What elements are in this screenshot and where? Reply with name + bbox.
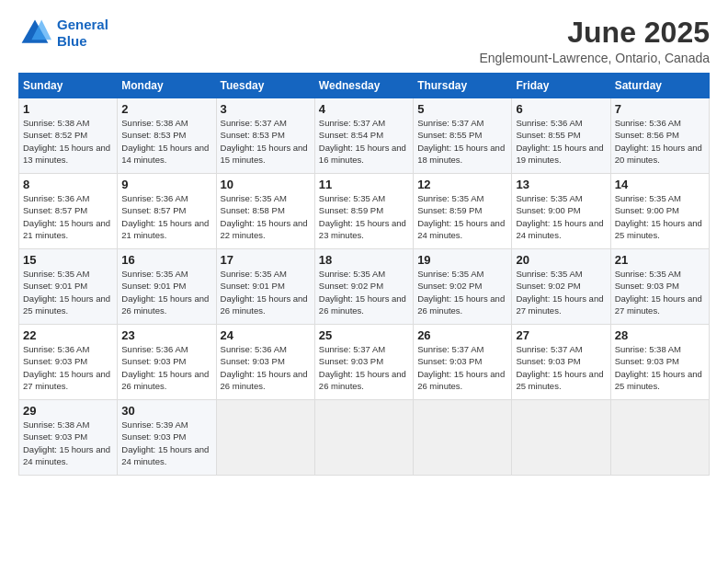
calendar-cell: 12Sunrise: 5:35 AMSunset: 8:59 PMDayligh… bbox=[414, 174, 512, 249]
day-number: 6 bbox=[516, 102, 606, 116]
calendar-table: SundayMondayTuesdayWednesdayThursdayFrid… bbox=[18, 73, 710, 476]
day-header-friday: Friday bbox=[512, 74, 610, 98]
day-number: 25 bbox=[319, 328, 409, 342]
day-number: 28 bbox=[615, 328, 705, 342]
logo: General Blue bbox=[18, 17, 108, 50]
calendar-cell: 6Sunrise: 5:36 AMSunset: 8:55 PMDaylight… bbox=[512, 98, 610, 174]
day-info: Sunrise: 5:36 AMSunset: 9:03 PMDaylight:… bbox=[121, 343, 211, 392]
calendar-week-row: 29Sunrise: 5:38 AMSunset: 9:03 PMDayligh… bbox=[19, 400, 710, 476]
day-number: 3 bbox=[221, 102, 311, 116]
day-number: 22 bbox=[23, 328, 113, 342]
day-info: Sunrise: 5:38 AMSunset: 8:53 PMDaylight:… bbox=[121, 117, 211, 166]
calendar-cell bbox=[610, 400, 709, 476]
calendar-cell: 11Sunrise: 5:35 AMSunset: 8:59 PMDayligh… bbox=[314, 174, 413, 249]
logo-text: General Blue bbox=[57, 17, 108, 50]
calendar-cell: 19Sunrise: 5:35 AMSunset: 9:02 PMDayligh… bbox=[414, 249, 512, 325]
calendar-cell: 3Sunrise: 5:37 AMSunset: 8:53 PMDaylight… bbox=[216, 98, 314, 174]
calendar-cell: 16Sunrise: 5:35 AMSunset: 9:01 PMDayligh… bbox=[118, 249, 216, 325]
calendar-cell: 9Sunrise: 5:36 AMSunset: 8:57 PMDaylight… bbox=[118, 174, 216, 249]
day-number: 9 bbox=[121, 178, 211, 191]
day-header-tuesday: Tuesday bbox=[216, 74, 314, 98]
day-info: Sunrise: 5:36 AMSunset: 9:03 PMDaylight:… bbox=[221, 343, 311, 392]
day-header-monday: Monday bbox=[118, 74, 216, 98]
day-number: 8 bbox=[23, 178, 113, 191]
day-info: Sunrise: 5:37 AMSunset: 8:54 PMDaylight:… bbox=[319, 117, 409, 166]
day-number: 14 bbox=[615, 178, 705, 191]
calendar-cell bbox=[314, 400, 413, 476]
calendar-cell: 5Sunrise: 5:37 AMSunset: 8:55 PMDaylight… bbox=[414, 98, 512, 174]
calendar-cell: 28Sunrise: 5:38 AMSunset: 9:03 PMDayligh… bbox=[610, 325, 709, 400]
calendar-cell: 15Sunrise: 5:35 AMSunset: 9:01 PMDayligh… bbox=[19, 249, 118, 325]
day-info: Sunrise: 5:38 AMSunset: 9:03 PMDaylight:… bbox=[615, 343, 705, 392]
calendar-header-row: SundayMondayTuesdayWednesdayThursdayFrid… bbox=[19, 74, 710, 98]
calendar-cell: 7Sunrise: 5:36 AMSunset: 8:56 PMDaylight… bbox=[610, 98, 709, 174]
page-container: General Blue June 2025 Englemount-Lawren… bbox=[0, 0, 728, 485]
calendar-cell: 2Sunrise: 5:38 AMSunset: 8:53 PMDaylight… bbox=[118, 98, 216, 174]
day-number: 15 bbox=[23, 253, 113, 267]
calendar-cell: 26Sunrise: 5:37 AMSunset: 9:03 PMDayligh… bbox=[414, 325, 512, 400]
calendar-cell bbox=[216, 400, 314, 476]
day-info: Sunrise: 5:35 AMSunset: 8:59 PMDaylight:… bbox=[319, 192, 409, 241]
day-number: 17 bbox=[221, 253, 311, 267]
subtitle: Englemount-Lawrence, Ontario, Canada bbox=[479, 51, 710, 65]
day-info: Sunrise: 5:35 AMSunset: 9:01 PMDaylight:… bbox=[221, 268, 311, 316]
day-number: 19 bbox=[417, 253, 507, 267]
day-info: Sunrise: 5:39 AMSunset: 9:03 PMDaylight:… bbox=[121, 419, 211, 467]
day-number: 11 bbox=[319, 178, 409, 191]
calendar-cell: 25Sunrise: 5:37 AMSunset: 9:03 PMDayligh… bbox=[314, 325, 413, 400]
day-info: Sunrise: 5:36 AMSunset: 8:57 PMDaylight:… bbox=[23, 192, 113, 241]
day-number: 30 bbox=[121, 404, 211, 418]
day-info: Sunrise: 5:37 AMSunset: 8:53 PMDaylight:… bbox=[221, 117, 311, 166]
day-number: 20 bbox=[516, 253, 606, 267]
logo-line2: Blue bbox=[57, 33, 87, 49]
calendar-cell: 8Sunrise: 5:36 AMSunset: 8:57 PMDaylight… bbox=[19, 174, 118, 249]
calendar-cell: 14Sunrise: 5:35 AMSunset: 9:00 PMDayligh… bbox=[610, 174, 709, 249]
day-info: Sunrise: 5:35 AMSunset: 9:02 PMDaylight:… bbox=[417, 268, 507, 316]
calendar-cell bbox=[414, 400, 512, 476]
day-number: 18 bbox=[319, 253, 409, 267]
day-info: Sunrise: 5:35 AMSunset: 8:58 PMDaylight:… bbox=[221, 192, 311, 241]
day-info: Sunrise: 5:36 AMSunset: 8:55 PMDaylight:… bbox=[516, 117, 606, 166]
calendar-cell: 20Sunrise: 5:35 AMSunset: 9:02 PMDayligh… bbox=[512, 249, 610, 325]
logo-line1: General bbox=[57, 17, 108, 32]
calendar-cell: 27Sunrise: 5:37 AMSunset: 9:03 PMDayligh… bbox=[512, 325, 610, 400]
calendar-cell: 24Sunrise: 5:36 AMSunset: 9:03 PMDayligh… bbox=[216, 325, 314, 400]
day-info: Sunrise: 5:35 AMSunset: 9:00 PMDaylight:… bbox=[615, 192, 705, 241]
day-number: 16 bbox=[121, 253, 211, 267]
day-info: Sunrise: 5:37 AMSunset: 8:55 PMDaylight:… bbox=[417, 117, 507, 166]
calendar-cell: 17Sunrise: 5:35 AMSunset: 9:01 PMDayligh… bbox=[216, 249, 314, 325]
title-section: June 2025 Englemount-Lawrence, Ontario, … bbox=[479, 17, 710, 65]
calendar-week-row: 1Sunrise: 5:38 AMSunset: 8:52 PMDaylight… bbox=[19, 98, 710, 174]
day-number: 2 bbox=[121, 102, 211, 116]
day-number: 10 bbox=[221, 178, 311, 191]
main-title: June 2025 bbox=[479, 17, 710, 49]
day-number: 21 bbox=[615, 253, 705, 267]
calendar-cell: 10Sunrise: 5:35 AMSunset: 8:58 PMDayligh… bbox=[216, 174, 314, 249]
day-info: Sunrise: 5:35 AMSunset: 9:01 PMDaylight:… bbox=[23, 268, 113, 316]
day-number: 23 bbox=[121, 328, 211, 342]
day-header-saturday: Saturday bbox=[610, 74, 709, 98]
day-info: Sunrise: 5:36 AMSunset: 8:57 PMDaylight:… bbox=[121, 192, 211, 241]
day-info: Sunrise: 5:38 AMSunset: 9:03 PMDaylight:… bbox=[23, 419, 113, 467]
day-number: 7 bbox=[615, 102, 705, 116]
day-number: 1 bbox=[23, 102, 113, 116]
day-number: 27 bbox=[516, 328, 606, 342]
day-info: Sunrise: 5:35 AMSunset: 9:02 PMDaylight:… bbox=[516, 268, 606, 316]
day-number: 24 bbox=[221, 328, 311, 342]
calendar-week-row: 8Sunrise: 5:36 AMSunset: 8:57 PMDaylight… bbox=[19, 174, 710, 249]
day-info: Sunrise: 5:37 AMSunset: 9:03 PMDaylight:… bbox=[319, 343, 409, 392]
day-info: Sunrise: 5:35 AMSunset: 9:02 PMDaylight:… bbox=[319, 268, 409, 316]
day-info: Sunrise: 5:38 AMSunset: 8:52 PMDaylight:… bbox=[23, 117, 113, 166]
day-info: Sunrise: 5:35 AMSunset: 9:00 PMDaylight:… bbox=[516, 192, 606, 241]
calendar-cell: 4Sunrise: 5:37 AMSunset: 8:54 PMDaylight… bbox=[314, 98, 413, 174]
day-header-wednesday: Wednesday bbox=[314, 74, 413, 98]
day-number: 5 bbox=[417, 102, 507, 116]
day-info: Sunrise: 5:35 AMSunset: 9:01 PMDaylight:… bbox=[121, 268, 211, 316]
calendar-cell bbox=[512, 400, 610, 476]
calendar-cell: 1Sunrise: 5:38 AMSunset: 8:52 PMDaylight… bbox=[19, 98, 118, 174]
calendar-cell: 29Sunrise: 5:38 AMSunset: 9:03 PMDayligh… bbox=[19, 400, 118, 476]
day-info: Sunrise: 5:35 AMSunset: 9:03 PMDaylight:… bbox=[615, 268, 705, 316]
day-info: Sunrise: 5:37 AMSunset: 9:03 PMDaylight:… bbox=[417, 343, 507, 392]
calendar-week-row: 15Sunrise: 5:35 AMSunset: 9:01 PMDayligh… bbox=[19, 249, 710, 325]
calendar-cell: 22Sunrise: 5:36 AMSunset: 9:03 PMDayligh… bbox=[19, 325, 118, 400]
